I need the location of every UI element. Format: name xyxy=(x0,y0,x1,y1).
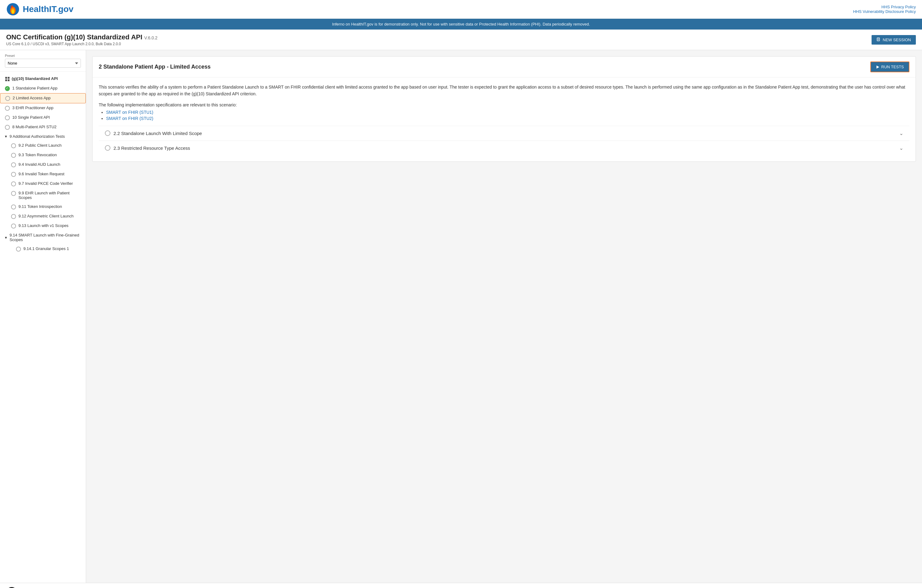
sidebar-item-1[interactable]: 1 Standalone Patient App xyxy=(0,84,86,93)
accordion-title-2-3: 2.3 Restricted Resource Type Access xyxy=(105,145,190,151)
sidebar-item-9-12-label: 9.12 Asymmetric Client Launch xyxy=(18,214,74,218)
sidebar-section-9-14-label: 9.14 SMART Launch with Fine-Grained Scop… xyxy=(10,233,81,242)
play-icon xyxy=(876,65,879,69)
privacy-policy-link[interactable]: HHS Privacy Policy xyxy=(853,5,916,9)
preset-select[interactable]: None xyxy=(5,59,81,68)
smart-stu1-link[interactable]: SMART on FHIR (STU1) xyxy=(106,110,154,115)
sidebar-item-8[interactable]: 8 Multi-Patient API STU2 xyxy=(0,122,86,132)
inferno-flame-icon xyxy=(6,587,17,588)
sidebar-item-9-6[interactable]: 9.6 Invalid Token Request xyxy=(0,170,86,179)
page-title-left: ONC Certification (g)(10) Standardized A… xyxy=(6,33,157,46)
sidebar-section-9[interactable]: ▾ 9 Additional Authorization Tests xyxy=(0,132,86,141)
sidebar-item-9-7-label: 9.7 Invalid PKCE Code Verifier xyxy=(18,181,73,186)
run-tests-button[interactable]: RUN TESTS xyxy=(870,62,909,72)
info-banner: Inferno on HealthIT.gov is for demonstra… xyxy=(0,19,922,29)
sidebar-section-9-label: 9 Additional Authorization Tests xyxy=(10,134,65,139)
accordion-label-2-2: 2.2 Standalone Launch With Limited Scope xyxy=(113,131,202,136)
status-circle-9-14-1 xyxy=(16,247,21,252)
sidebar-item-9-3-label: 9.3 Token Revocation xyxy=(18,152,57,157)
sidebar: Preset None (g)(10) Standardized API 1 S… xyxy=(0,50,86,583)
sidebar-item-9-4[interactable]: 9.4 Invalid AUD Launch xyxy=(0,160,86,170)
grid-icon xyxy=(5,77,10,82)
accordion-label-2-3: 2.3 Restricted Resource Type Access xyxy=(113,145,190,151)
sidebar-item-10[interactable]: 10 Single Patient API xyxy=(0,113,86,122)
content-card: 2 Standalone Patient App - Limited Acces… xyxy=(92,56,916,162)
sidebar-item-2-label: 2 Limited Access App xyxy=(13,96,51,100)
chevron-icon-2-2: ⌄ xyxy=(899,131,903,136)
sidebar-item-9-3[interactable]: 9.3 Token Revocation xyxy=(0,150,86,160)
sidebar-item-9-4-label: 9.4 Invalid AUD Launch xyxy=(18,162,60,167)
run-tests-label: RUN TESTS xyxy=(881,65,904,69)
status-circle-9-12 xyxy=(11,214,16,219)
preset-label: Preset xyxy=(5,54,81,57)
accordion-circle-2-3 xyxy=(105,145,110,151)
sidebar-item-9-14-1[interactable]: 9.14.1 Granular Scopes 1 xyxy=(0,244,86,254)
smart-stu2-link[interactable]: SMART on FHIR (STU2) xyxy=(106,116,154,121)
sidebar-item-9-13[interactable]: 9.13 Launch with v1 Scopes xyxy=(0,221,86,231)
content-header: 2 Standalone Patient App - Limited Acces… xyxy=(93,57,915,77)
status-circle-9-6 xyxy=(11,172,16,177)
svg-marker-12 xyxy=(876,65,879,69)
healthit-logo-icon xyxy=(6,2,20,16)
status-circle-9-7 xyxy=(11,181,16,186)
accordion-header-2-3[interactable]: 2.3 Restricted Resource Type Access ⌄ xyxy=(99,141,909,155)
header-links: HHS Privacy Policy HHS Vulnerability Dis… xyxy=(853,5,916,14)
footer-left: INFERNO BUILT WITH V.0.4.42 API xyxy=(6,587,79,588)
accordion-item-2-2: 2.2 Standalone Launch With Limited Scope… xyxy=(99,126,909,140)
new-session-button[interactable]: NEW SESSION xyxy=(871,35,916,44)
sidebar-item-8-label: 8 Multi-Patient API STU2 xyxy=(12,124,57,129)
status-circle-10 xyxy=(5,115,10,120)
status-circle-3 xyxy=(5,106,10,111)
sidebar-item-2[interactable]: 2 Limited Access App xyxy=(0,93,86,103)
preset-area: Preset None xyxy=(0,50,86,72)
sidebar-item-9-13-label: 9.13 Launch with v1 Scopes xyxy=(18,223,69,228)
svg-rect-8 xyxy=(5,77,7,79)
inferno-logo: INFERNO xyxy=(6,587,49,588)
vulnerability-policy-link[interactable]: HHS Vulnerability Disclosure Policy xyxy=(853,9,916,14)
sidebar-item-9-7[interactable]: 9.7 Invalid PKCE Code Verifier xyxy=(0,179,86,188)
main-layout: Preset None (g)(10) Standardized API 1 S… xyxy=(0,50,922,583)
sidebar-item-10-label: 10 Single Patient API xyxy=(12,115,50,120)
page-title: ONC Certification (g)(10) Standardized A… xyxy=(6,33,157,41)
sidebar-item-3[interactable]: 3 EHR Practitioner App xyxy=(0,103,86,113)
nav-list: (g)(10) Standardized API 1 Standalone Pa… xyxy=(0,72,86,256)
status-circle-2 xyxy=(5,96,10,101)
description-text: This scenario verifies the ability of a … xyxy=(99,84,909,98)
content-title: 2 Standalone Patient App - Limited Acces… xyxy=(99,64,211,70)
sidebar-item-9-2-label: 9.2 Public Client Launch xyxy=(18,143,62,148)
sidebar-main-label: (g)(10) Standardized API xyxy=(12,76,58,81)
header: HealthIT.gov HHS Privacy Policy HHS Vuln… xyxy=(0,0,922,19)
status-circle-1 xyxy=(5,86,10,91)
chevron-down-icon-2: ▾ xyxy=(5,235,7,240)
chevron-icon-2-3: ⌄ xyxy=(899,145,903,151)
sidebar-item-9-12[interactable]: 9.12 Asymmetric Client Launch xyxy=(0,212,86,221)
impl-specs-list: SMART on FHIR (STU1) SMART on FHIR (STU2… xyxy=(99,110,909,121)
sidebar-section-9-14[interactable]: ▾ 9.14 SMART Launch with Fine-Grained Sc… xyxy=(0,231,86,244)
accordion-header-2-2[interactable]: 2.2 Standalone Launch With Limited Scope… xyxy=(99,126,909,140)
logo-area: HealthIT.gov xyxy=(6,2,74,16)
version-badge: V.6.0.2 xyxy=(144,35,157,40)
accordion-title-2-2: 2.2 Standalone Launch With Limited Scope xyxy=(105,131,202,136)
list-item-stu2: SMART on FHIR (STU2) xyxy=(106,116,909,121)
footer: INFERNO BUILT WITH V.0.4.42 API Report I… xyxy=(0,583,922,588)
status-circle-9-13 xyxy=(11,224,16,229)
sidebar-item-9-14-1-label: 9.14.1 Granular Scopes 1 xyxy=(23,246,69,251)
sidebar-item-main[interactable]: (g)(10) Standardized API xyxy=(0,74,86,84)
svg-point-3 xyxy=(12,10,14,13)
impl-specs-intro: The following implementation specificati… xyxy=(99,103,909,107)
sidebar-item-9-11[interactable]: 9.11 Token Introspection xyxy=(0,202,86,212)
svg-rect-11 xyxy=(8,79,10,81)
status-circle-9-4 xyxy=(11,162,16,167)
page-subtitle: US Core 6.1.0 / USCDI v3, SMART App Laun… xyxy=(6,42,157,46)
status-circle-8 xyxy=(5,125,10,130)
page-title-area: ONC Certification (g)(10) Standardized A… xyxy=(0,29,922,50)
accordion-circle-2-2 xyxy=(105,131,110,136)
sidebar-item-9-2[interactable]: 9.2 Public Client Launch xyxy=(0,141,86,150)
sidebar-item-3-label: 3 EHR Practitioner App xyxy=(12,106,54,110)
svg-rect-10 xyxy=(5,79,7,81)
sidebar-item-9-9-label: 9.9 EHR Launch with Patient Scopes xyxy=(18,191,81,200)
status-circle-9-2 xyxy=(11,143,16,148)
sidebar-item-9-9[interactable]: 9.9 EHR Launch with Patient Scopes xyxy=(0,188,86,202)
status-circle-9-11 xyxy=(11,204,16,209)
svg-rect-9 xyxy=(8,77,10,79)
